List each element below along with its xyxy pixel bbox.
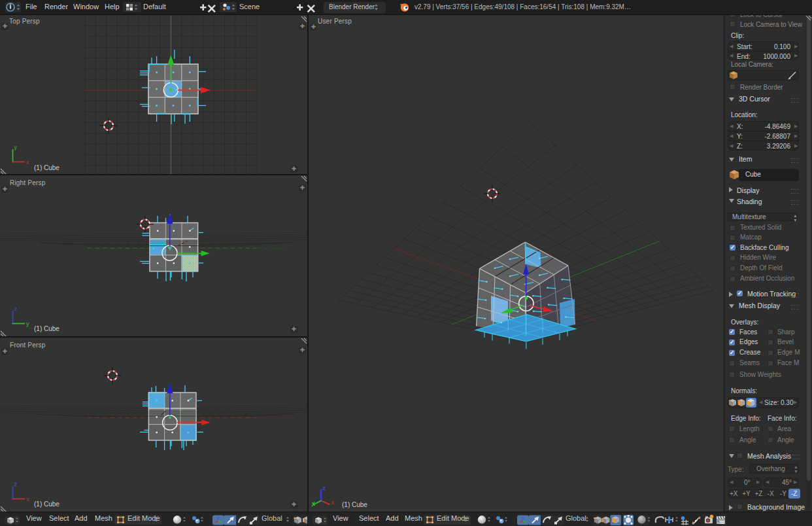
svg-text:x: x	[26, 159, 29, 166]
svg-text:x: x	[26, 496, 29, 502]
svg-text:y: y	[14, 144, 18, 150]
svg-text:y: y	[26, 321, 29, 327]
svg-text:z: z	[14, 481, 18, 487]
svg-text:z: z	[323, 485, 326, 491]
svg-text:x: x	[331, 499, 335, 506]
svg-text:z: z	[14, 306, 18, 312]
